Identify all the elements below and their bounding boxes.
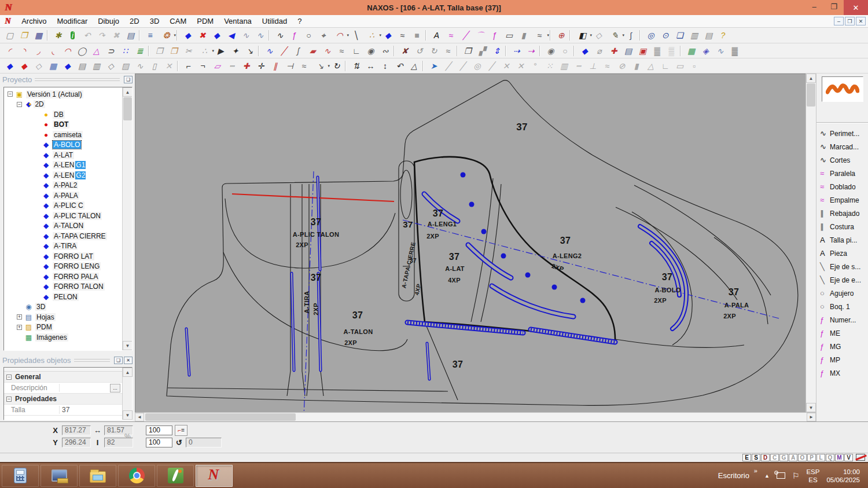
tool-button[interactable]: ╲ Eje de s... [816, 260, 868, 273]
toolbar-button[interactable]: ╲ [348, 29, 363, 42]
toolbar-button[interactable]: ╱ [458, 29, 473, 42]
tree-item[interactable]: ◆ FORRO TALON [5, 282, 132, 292]
menu-item[interactable]: 3D [145, 17, 165, 25]
toolbar-button[interactable]: ↔ [363, 60, 378, 72]
toolbar-button[interactable]: ◆ [381, 29, 395, 42]
toolbar-button[interactable]: ◯ [75, 45, 89, 57]
toolbar-button[interactable]: ❏ [672, 29, 687, 42]
toolbar-button[interactable]: ◉ [543, 45, 558, 57]
toolbar-button[interactable]: ↻ [426, 45, 441, 57]
tree-item[interactable]: ◆ A-LENG2 [5, 170, 132, 181]
tool-button[interactable]: ∿ Marcad... [816, 140, 868, 153]
scroll-left-icon[interactable]: ◄ [135, 413, 144, 421]
toolbar-button[interactable]: △ [643, 60, 658, 72]
tree-item[interactable]: ◉ 3D [5, 302, 132, 313]
toolbar-button[interactable]: ◎ [470, 60, 484, 72]
height-field[interactable]: 82 [104, 438, 133, 447]
toolbar-button[interactable]: ❐ [152, 45, 167, 57]
scroll-down-icon[interactable]: ▼ [123, 410, 133, 420]
scroll-up-icon[interactable]: ▲ [123, 87, 133, 97]
toolbar-button[interactable]: ╱ [455, 60, 470, 72]
toolbar-button[interactable] [176, 60, 181, 72]
toolbar-button[interactable]: ▥ [89, 60, 104, 72]
desktop-toolbar[interactable]: Escritorio» [718, 471, 757, 480]
toolbar-button[interactable]: A [429, 29, 444, 42]
x-coordinate-field[interactable]: 817.27 [62, 425, 91, 435]
toolbar-button[interactable]: ┉ [225, 60, 239, 72]
canvas-hscrollbar[interactable]: ◄ ► [135, 412, 816, 421]
toolbar-button[interactable]: ≈ [444, 29, 458, 42]
dock-icon[interactable]: ❏ [124, 76, 133, 83]
toolbar-button[interactable]: ⇕ [490, 45, 504, 57]
restore-icon[interactable]: ❐ [824, 0, 844, 13]
show-hidden-icons[interactable]: ▲ [764, 473, 770, 479]
tool-button[interactable]: ○ Agujero [816, 287, 868, 300]
panel-grip[interactable] [35, 78, 120, 81]
tool-button[interactable]: ∿ Perimet... [816, 127, 868, 140]
scroll-thumb[interactable] [807, 83, 815, 107]
tree-expander-icon[interactable]: − [17, 102, 22, 107]
toolbar-button[interactable]: ✖ [109, 29, 123, 42]
mode-toggle[interactable]: A [789, 454, 797, 461]
toolbar-button[interactable]: ↷ [94, 29, 109, 42]
tree-item[interactable]: + ▨ PDM [5, 322, 132, 333]
taskbar-button[interactable] [196, 465, 233, 487]
toolbar-button[interactable]: ○ [558, 45, 572, 57]
minimize-icon[interactable]: – [804, 0, 824, 13]
tree-item[interactable]: ◆ A-TAPA CIERRE [5, 231, 132, 241]
tree-item[interactable]: ◆ A-PALA [5, 190, 132, 201]
taskbar-button[interactable] [41, 465, 78, 487]
toolbar-button[interactable]: ✖ [195, 29, 209, 42]
toolbar-button[interactable]: ≡ [143, 29, 157, 42]
toolbar-button[interactable] [455, 45, 461, 57]
tool-button[interactable]: ○ Boq. 1 [816, 300, 868, 313]
tree-item[interactable]: + ▤ Hojas [5, 312, 132, 322]
tree-item[interactable]: ◆ A-PLIC TALON [5, 211, 132, 221]
toolbar-button[interactable]: ❐ [17, 29, 31, 42]
toolbar-button[interactable]: ⊣ [282, 60, 297, 72]
toolbar-button[interactable]: ◆ [209, 29, 224, 42]
toolbar-button[interactable]: ╱ [484, 60, 499, 72]
toolbar-button[interactable]: △ [407, 60, 421, 72]
toolbar-button[interactable]: ✕ [513, 60, 528, 72]
toolbar-button[interactable]: ↘ [242, 45, 257, 57]
properties-scrollbar[interactable]: ▲ ▼ [122, 368, 132, 420]
toolbar-button[interactable]: ◆ [578, 45, 592, 57]
toolbar-button[interactable]: ⇅ [349, 60, 363, 72]
toolbar-button[interactable]: ▣ [635, 45, 650, 57]
tree-expander-icon[interactable]: + [17, 325, 22, 330]
tool-button[interactable]: ƒ MX [816, 366, 868, 380]
scale-x-field[interactable]: 100 [146, 425, 172, 435]
toolbar-button[interactable]: ▨ [118, 60, 133, 72]
toolbar-button[interactable]: ≣ [133, 45, 147, 57]
toolbar-button[interactable]: ∿ [320, 45, 334, 57]
scroll-right-icon[interactable]: ► [807, 413, 816, 421]
menu-item[interactable]: Modificar [52, 17, 93, 25]
toolbar-button[interactable]: ▓ [727, 45, 742, 57]
toolbar-button[interactable]: ¬ [196, 60, 210, 72]
scroll-down-icon[interactable]: ▼ [123, 341, 133, 350]
toolbar-button[interactable]: ≈ [334, 45, 349, 57]
toolbar-button[interactable]: ∟ [658, 60, 672, 72]
tree-item[interactable]: ● camiseta [5, 130, 132, 140]
toolbar-button[interactable]: ◉ [363, 45, 378, 57]
tree-item[interactable]: ◆ PELON [5, 292, 132, 302]
toolbar-button[interactable]: ✂ [181, 45, 196, 57]
toolbar-button[interactable]: ◞ [31, 45, 46, 57]
toolbar-button[interactable]: ❐ [461, 45, 475, 57]
toolbar-button[interactable]: ◆ [60, 60, 75, 72]
mode-toggle[interactable]: V [844, 454, 853, 461]
toolbar-button[interactable]: ↘ [311, 60, 329, 72]
toolbar-button[interactable]: ▓ [650, 45, 664, 57]
toolbar-button[interactable]: ✕ [161, 60, 176, 72]
mode-toggle[interactable]: S [752, 454, 760, 461]
toolbar-button[interactable]: ✱ [51, 29, 65, 42]
toolbar-button[interactable] [392, 45, 398, 57]
toolbar-button[interactable] [424, 29, 429, 42]
tool-button[interactable]: ≈ Paralela [816, 167, 868, 180]
tree-item[interactable]: ◆ A-PLIC C [5, 201, 132, 211]
toolbar-button[interactable]: ▤ [75, 60, 89, 72]
toolbar-button[interactable]: △ [89, 45, 104, 57]
property-row[interactable]: Descripción ... [4, 383, 132, 394]
toolbar-button[interactable]: ∫ [624, 29, 638, 42]
